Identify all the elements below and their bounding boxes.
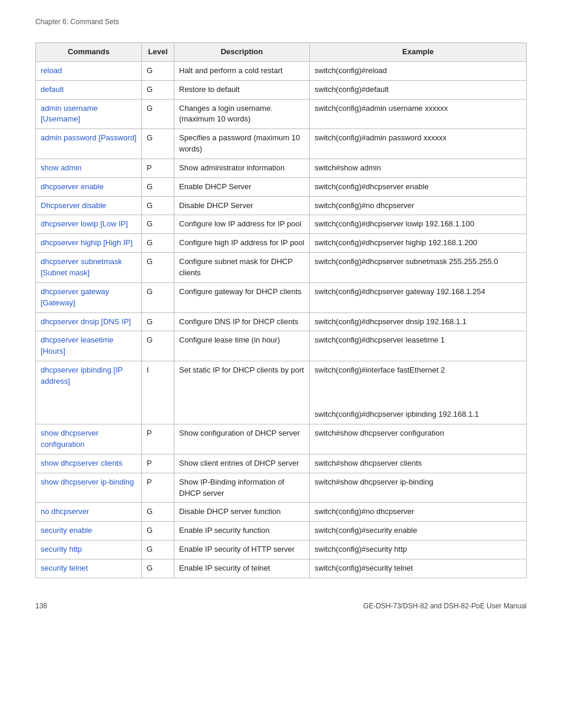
cell-level: G — [142, 331, 174, 361]
command-link[interactable]: default — [41, 85, 64, 94]
command-link[interactable]: security http — [41, 545, 82, 554]
cell-description: Show administrator information — [174, 159, 310, 177]
cell-command: default — [36, 80, 142, 99]
table-row: security httpGEnable IP security of HTTP… — [36, 541, 527, 559]
command-link[interactable]: dhcpserver lowip [Low IP] — [41, 219, 128, 228]
cell-example: switch#show dhcpserver ip-binding — [310, 473, 527, 503]
cell-description: Restore to default — [174, 80, 310, 99]
table-row: dhcpserver subnetmask [Subnet mask]GConf… — [36, 253, 527, 283]
command-link[interactable]: admin username [Username] — [41, 104, 98, 124]
table-row: show dhcpserver clientsPShow client entr… — [36, 454, 527, 473]
table-row: Dhcpserver disableGDisable DHCP Serversw… — [36, 196, 527, 215]
cell-description: Changes a login username. (maximum 10 wo… — [174, 99, 310, 129]
cell-level: I — [142, 361, 174, 424]
command-link[interactable]: no dhcpserver — [41, 507, 89, 516]
command-link[interactable]: Dhcpserver disable — [41, 201, 106, 210]
command-link[interactable]: reload — [41, 66, 62, 75]
command-link[interactable]: show dhcpserver clients — [41, 459, 123, 467]
cell-example: switch(config)#dhcpserver lowip 192.168.… — [310, 215, 527, 234]
cell-command: no dhcpserver — [36, 503, 142, 522]
cell-example: switch(config)#dhcpserver gateway 192.16… — [310, 282, 527, 312]
command-link[interactable]: dhcpserver ipbinding [IP address] — [41, 365, 123, 386]
cell-command: security enable — [36, 522, 142, 541]
table-row: dhcpserver highip [High IP]GConfigure hi… — [36, 234, 527, 253]
cell-example: switch(config)#reload — [310, 61, 527, 80]
table-row: show dhcpserver configurationPShow confi… — [36, 424, 527, 454]
command-link[interactable]: show admin — [41, 163, 81, 172]
cell-description: Configure subnet mask for DHCP clients — [174, 253, 310, 283]
table-row: dhcpserver dnsip [DNS IP]GConfigure DNS … — [36, 312, 527, 331]
command-table: Commands Level Description Example reloa… — [35, 42, 527, 578]
cell-level: G — [142, 196, 174, 215]
cell-example: switch(config)#security telnet — [310, 559, 527, 578]
cell-level: P — [142, 424, 174, 454]
cell-command: security http — [36, 541, 142, 559]
cell-command: dhcpserver gateway [Gateway] — [36, 282, 142, 312]
command-link[interactable]: dhcpserver subnetmask [Subnet mask] — [41, 257, 122, 277]
cell-description: Specifies a password (maximum 10 words) — [174, 129, 310, 159]
cell-command: dhcpserver subnetmask [Subnet mask] — [36, 253, 142, 283]
command-link[interactable]: admin password [Password] — [41, 133, 137, 142]
table-row: dhcpserver ipbinding [IP address]ISet st… — [36, 361, 527, 424]
cell-command: security telnet — [36, 559, 142, 578]
cell-level: G — [142, 559, 174, 578]
cell-description: Disable DHCP server function — [174, 503, 310, 522]
table-row: security enableGEnable IP security funct… — [36, 522, 527, 541]
cell-level: P — [142, 473, 174, 503]
cell-command: dhcpserver ipbinding [IP address] — [36, 361, 142, 424]
cell-level: G — [142, 253, 174, 283]
cell-level: P — [142, 159, 174, 177]
cell-command: dhcpserver dnsip [DNS IP] — [36, 312, 142, 331]
cell-example: switch(config)#interface fastEthernet 2s… — [310, 361, 527, 424]
command-link[interactable]: dhcpserver dnsip [DNS IP] — [41, 317, 131, 326]
table-row: admin username [Username]GChanges a logi… — [36, 99, 527, 129]
cell-description: Enable IP security of telnet — [174, 559, 310, 578]
cell-command: dhcpserver leasetime [Hours] — [36, 331, 142, 361]
page-footer: 138 GE-DSH-73/DSH-82 and DSH-82-PoE User… — [35, 602, 527, 610]
cell-command: admin username [Username] — [36, 99, 142, 129]
col-header-commands: Commands — [36, 43, 142, 62]
table-row: show dhcpserver ip-bindingPShow IP-Bindi… — [36, 473, 527, 503]
cell-description: Disable DHCP Server — [174, 196, 310, 215]
cell-example: switch(config)#no dhcpserver — [310, 503, 527, 522]
cell-level: G — [142, 215, 174, 234]
command-link[interactable]: show dhcpserver ip-binding — [41, 477, 134, 486]
command-link[interactable]: dhcpserver gateway [Gateway] — [41, 287, 109, 307]
cell-description: Configure DNS IP for DHCP clients — [174, 312, 310, 331]
command-link[interactable]: dhcpserver leasetime [Hours] — [41, 335, 114, 355]
cell-description: Enable IP security of HTTP server — [174, 541, 310, 559]
cell-description: Halt and perform a cold restart — [174, 61, 310, 80]
command-link[interactable]: security telnet — [41, 564, 88, 572]
command-link[interactable]: dhcpserver highip [High IP] — [41, 238, 133, 247]
cell-level: G — [142, 61, 174, 80]
cell-command: show admin — [36, 159, 142, 177]
chapter-header: Chapter 6: Command Sets — [35, 18, 527, 26]
cell-example: switch(config)#dhcpserver dnsip 192.168.… — [310, 312, 527, 331]
cell-level: G — [142, 522, 174, 541]
cell-level: G — [142, 99, 174, 129]
cell-description: Show IP-Binding information of DHCP serv… — [174, 473, 310, 503]
cell-level: G — [142, 177, 174, 196]
cell-level: G — [142, 234, 174, 253]
cell-command: show dhcpserver ip-binding — [36, 473, 142, 503]
page-number: 138 — [35, 602, 47, 610]
cell-command: admin password [Password] — [36, 129, 142, 159]
cell-example: switch(config)#dhcpserver highip 192.168… — [310, 234, 527, 253]
cell-level: G — [142, 503, 174, 522]
cell-description: Enable DHCP Server — [174, 177, 310, 196]
table-row: defaultGRestore to defaultswitch(config)… — [36, 80, 527, 99]
table-row: dhcpserver lowip [Low IP]GConfigure low … — [36, 215, 527, 234]
cell-description: Set static IP for DHCP clients by port — [174, 361, 310, 424]
cell-description: Enable IP security function — [174, 522, 310, 541]
cell-example: switch(config)#security http — [310, 541, 527, 559]
table-row: dhcpserver gateway [Gateway]GConfigure g… — [36, 282, 527, 312]
cell-example: switch(config)#admin password xxxxxx — [310, 129, 527, 159]
table-row: no dhcpserverGDisable DHCP server functi… — [36, 503, 527, 522]
command-link[interactable]: show dhcpserver configuration — [41, 429, 98, 449]
command-link[interactable]: security enable — [41, 526, 92, 535]
table-row: dhcpserver enableGEnable DHCP Serverswit… — [36, 177, 527, 196]
cell-command: show dhcpserver clients — [36, 454, 142, 473]
table-row: security telnetGEnable IP security of te… — [36, 559, 527, 578]
command-link[interactable]: dhcpserver enable — [41, 182, 104, 191]
cell-example: switch#show admin — [310, 159, 527, 177]
